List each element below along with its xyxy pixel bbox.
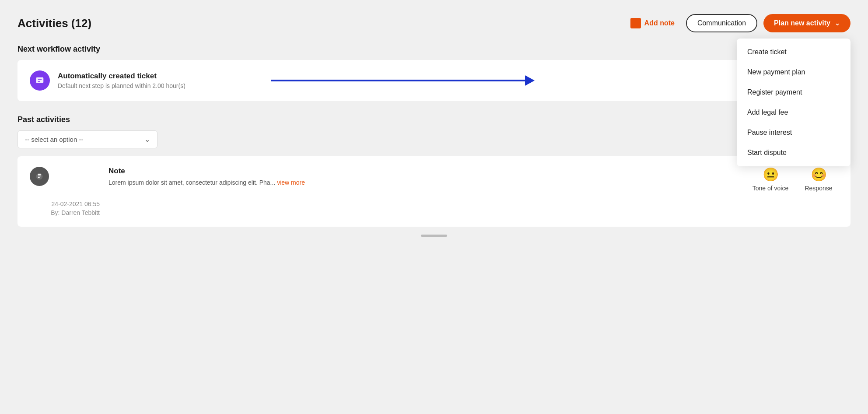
activity-description: Lorem ipsum dolor sit amet, consectetur … bbox=[108, 178, 742, 187]
activity-card: Note Lorem ipsum dolor sit amet, consect… bbox=[18, 156, 850, 227]
activity-filter-select[interactable]: -- select an option -- ⌄ bbox=[18, 130, 158, 148]
response-emoji: 😊 bbox=[811, 167, 827, 182]
activity-desc-text: Lorem ipsum dolor sit amet, consectetur … bbox=[108, 179, 275, 186]
activity-date: 24-02-2021 06:55 bbox=[30, 200, 100, 207]
activity-title: Note bbox=[108, 167, 742, 175]
scroll-indicator bbox=[421, 235, 447, 237]
plan-activity-dropdown: Create ticket New payment plan Register … bbox=[737, 39, 850, 166]
svg-rect-5 bbox=[38, 177, 40, 178]
activity-author: By: Darren Tebbitt bbox=[30, 209, 100, 216]
add-note-button[interactable]: Add note bbox=[625, 14, 680, 32]
plan-activity-button[interactable]: Plan new activity ⌄ bbox=[763, 14, 850, 32]
filter-row: -- select an option -- ⌄ refresh ↻ bbox=[18, 130, 850, 148]
dropdown-item-register-payment[interactable]: Register payment bbox=[737, 82, 850, 102]
tone-label: Tone of voice bbox=[752, 185, 789, 192]
svg-rect-6 bbox=[38, 174, 41, 175]
activity-body: Note Lorem ipsum dolor sit amet, consect… bbox=[108, 167, 742, 187]
chevron-down-icon: ⌄ bbox=[835, 20, 840, 27]
svg-rect-1 bbox=[38, 79, 42, 80]
workflow-card: Automatically created ticket Default nex… bbox=[18, 60, 850, 101]
workflow-type-icon bbox=[30, 70, 50, 91]
select-option-label: -- select an option -- bbox=[25, 136, 83, 143]
past-activities-title: Past activities bbox=[18, 115, 850, 124]
response-col: 😊 Response bbox=[799, 167, 838, 192]
add-note-label: Add note bbox=[644, 19, 675, 27]
response-label: Response bbox=[805, 185, 832, 192]
page-title: Activities (12) bbox=[18, 17, 91, 30]
workflow-card-title: Automatically created ticket bbox=[58, 72, 186, 81]
blue-arrow bbox=[271, 75, 535, 86]
activity-meta: 24-02-2021 06:55 By: Darren Tebbitt bbox=[30, 200, 100, 216]
tone-emoji: 😐 bbox=[763, 167, 779, 182]
header-actions: Add note Communication Plan new activity… bbox=[625, 14, 850, 32]
dropdown-item-add-legal-fee[interactable]: Add legal fee bbox=[737, 102, 850, 123]
past-activities-section: Past activities -- select an option -- ⌄… bbox=[18, 115, 850, 227]
communication-label: Communication bbox=[697, 19, 746, 27]
note-icon bbox=[630, 18, 641, 28]
svg-rect-2 bbox=[38, 81, 40, 82]
dropdown-item-pause-interest[interactable]: Pause interest bbox=[737, 123, 850, 143]
workflow-text: Automatically created ticket Default nex… bbox=[58, 72, 186, 89]
dropdown-item-start-dispute[interactable]: Start dispute bbox=[737, 143, 850, 163]
plan-activity-label: Plan new activity bbox=[774, 19, 830, 27]
svg-rect-0 bbox=[36, 77, 44, 83]
dropdown-item-new-payment-plan[interactable]: New payment plan bbox=[737, 62, 850, 82]
communication-button[interactable]: Communication bbox=[686, 14, 757, 32]
workflow-card-subtitle: Default next step is planned within 2.00… bbox=[58, 82, 186, 89]
tone-of-voice-col: 😐 Tone of voice bbox=[751, 167, 790, 192]
svg-rect-4 bbox=[38, 175, 41, 176]
dropdown-item-create-ticket[interactable]: Create ticket bbox=[737, 42, 850, 62]
activity-icon bbox=[30, 167, 49, 186]
next-workflow-title: Next workflow activity bbox=[18, 45, 850, 54]
select-chevron-icon: ⌄ bbox=[144, 135, 150, 144]
view-more-link[interactable]: view more bbox=[277, 179, 305, 186]
